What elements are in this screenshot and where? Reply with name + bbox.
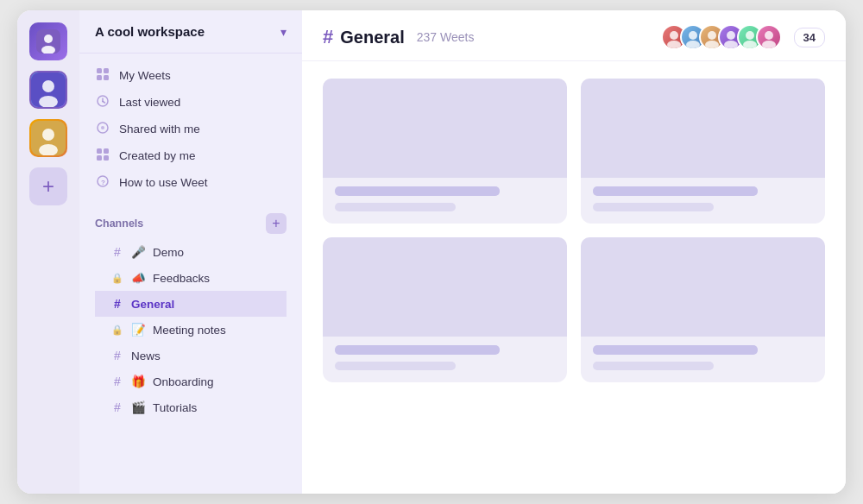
weet-card-1[interactable] bbox=[323, 79, 567, 224]
hash-icon-news: # bbox=[110, 349, 124, 362]
channel-item-tutorials[interactable]: # 🎬 Tutorials bbox=[95, 394, 287, 420]
svg-rect-18 bbox=[97, 148, 102, 154]
hash-icon-tutorials: # bbox=[110, 400, 124, 414]
clock-icon bbox=[95, 95, 110, 110]
nav-item-last-viewed[interactable]: Last viewed bbox=[79, 89, 302, 116]
channel-label-demo: Demo bbox=[153, 246, 184, 259]
channel-label-tutorials: Tutorials bbox=[153, 401, 197, 414]
channel-title-area: # General 237 Weets bbox=[323, 26, 474, 48]
weet-subtitle-bar-4 bbox=[593, 362, 714, 370]
nav-list: My Weets Last viewed Shared with me Crea… bbox=[79, 54, 302, 205]
svg-point-29 bbox=[705, 41, 719, 48]
main-header: # General 237 Weets bbox=[302, 10, 846, 61]
channel-item-onboarding[interactable]: # 🎁 Onboarding bbox=[95, 369, 287, 394]
nav-item-my-weets[interactable]: My Weets bbox=[79, 62, 302, 89]
add-channel-button[interactable]: + bbox=[266, 213, 287, 234]
svg-rect-11 bbox=[97, 75, 102, 80]
channel-item-news[interactable]: # News bbox=[95, 343, 287, 369]
weet-subtitle-bar-1 bbox=[335, 203, 456, 211]
channel-emoji-onboarding: 🎁 bbox=[131, 375, 146, 388]
weet-card-4[interactable] bbox=[581, 237, 825, 382]
weet-grid bbox=[323, 79, 825, 382]
grid-icon bbox=[95, 68, 110, 83]
channel-label-feedbacks: Feedbacks bbox=[153, 272, 210, 285]
channel-emoji-demo: 🎤 bbox=[131, 245, 146, 259]
nav-item-shared-with-me[interactable]: Shared with me bbox=[79, 116, 302, 142]
weet-title-bar-2 bbox=[593, 186, 758, 196]
workspace-avatar-3[interactable] bbox=[29, 119, 67, 157]
weet-thumbnail-4 bbox=[581, 237, 825, 337]
workspace-header: A cool workspace ▾ bbox=[79, 10, 302, 54]
weet-subtitle-bar-3 bbox=[335, 362, 456, 370]
weet-title-bar-3 bbox=[335, 345, 500, 355]
channel-item-general[interactable]: # General bbox=[95, 291, 287, 317]
app-window: + A cool workspace ▾ My Weets Last viewe… bbox=[17, 10, 846, 494]
weet-thumbnail-2 bbox=[581, 79, 825, 178]
channel-title: General bbox=[340, 28, 404, 47]
created-icon bbox=[95, 148, 110, 163]
weets-count: 237 Weets bbox=[417, 30, 475, 44]
header-right: 34 bbox=[661, 24, 825, 50]
hash-icon-general: # bbox=[110, 297, 124, 311]
weet-title-bar-1 bbox=[335, 186, 500, 196]
member-count-badge: 34 bbox=[794, 28, 825, 47]
workspace-avatar-1[interactable] bbox=[29, 22, 67, 60]
workspace-avatar-2[interactable] bbox=[29, 71, 67, 109]
workspace-name: A cool workspace bbox=[95, 24, 205, 39]
channel-item-meeting-notes[interactable]: 🔒 📝 Meeting notes bbox=[95, 317, 287, 343]
svg-point-24 bbox=[670, 31, 678, 40]
weet-card-meta-1 bbox=[323, 178, 567, 224]
weet-card-2[interactable] bbox=[581, 79, 825, 224]
weet-thumbnail-1 bbox=[323, 79, 567, 178]
channel-label-general: General bbox=[131, 298, 174, 311]
nav-label-created-by-me: Created by me bbox=[119, 149, 196, 162]
weet-card-meta-2 bbox=[581, 178, 825, 224]
nav-label-shared-with-me: Shared with me bbox=[119, 123, 200, 135]
workspace-strip: + bbox=[17, 10, 79, 494]
channels-label: Channels bbox=[95, 217, 143, 230]
channel-label-meeting-notes: Meeting notes bbox=[153, 324, 226, 337]
weet-card-meta-3 bbox=[323, 337, 567, 382]
svg-point-30 bbox=[727, 31, 735, 40]
svg-text:?: ? bbox=[101, 179, 105, 186]
svg-point-35 bbox=[762, 41, 776, 48]
help-icon: ? bbox=[95, 175, 110, 190]
channel-emoji-feedbacks: 📣 bbox=[131, 271, 146, 285]
weet-thumbnail-3 bbox=[323, 237, 567, 337]
channel-emoji-meeting-notes: 📝 bbox=[131, 323, 146, 337]
member-avatars bbox=[661, 24, 782, 50]
svg-rect-12 bbox=[104, 75, 109, 80]
svg-rect-21 bbox=[104, 155, 109, 161]
svg-point-27 bbox=[686, 41, 700, 48]
svg-point-1 bbox=[44, 35, 53, 43]
weet-title-bar-4 bbox=[593, 345, 758, 355]
channel-list: # 🎤 Demo 🔒 📣 Feedbacks # General 🔒 bbox=[95, 239, 287, 420]
channel-label-news: News bbox=[131, 350, 161, 362]
hash-icon: # bbox=[110, 245, 124, 259]
weet-subtitle-bar-2 bbox=[593, 203, 714, 211]
svg-point-31 bbox=[724, 41, 738, 48]
svg-point-17 bbox=[101, 126, 104, 129]
channels-header: Channels + bbox=[95, 213, 287, 234]
svg-rect-9 bbox=[97, 68, 102, 73]
svg-point-33 bbox=[743, 41, 757, 48]
svg-point-32 bbox=[746, 31, 754, 40]
hash-icon-onboarding: # bbox=[110, 375, 124, 388]
weet-card-3[interactable] bbox=[323, 237, 567, 382]
share-icon bbox=[95, 122, 110, 136]
chevron-down-icon[interactable]: ▾ bbox=[280, 25, 287, 39]
lock-icon-meeting-notes: 🔒 bbox=[110, 324, 124, 336]
svg-rect-20 bbox=[97, 155, 102, 161]
channel-item-feedbacks[interactable]: 🔒 📣 Feedbacks bbox=[95, 265, 287, 291]
channel-label-onboarding: Onboarding bbox=[153, 375, 214, 388]
channel-item-demo[interactable]: # 🎤 Demo bbox=[95, 239, 287, 265]
nav-label-last-viewed: Last viewed bbox=[119, 96, 180, 109]
svg-point-4 bbox=[42, 80, 54, 92]
svg-point-28 bbox=[708, 31, 716, 40]
nav-item-created-by-me[interactable]: Created by me bbox=[79, 142, 302, 169]
nav-item-how-to-use[interactable]: ? How to use Weet bbox=[79, 169, 302, 196]
svg-point-34 bbox=[765, 31, 773, 40]
svg-point-26 bbox=[689, 31, 697, 40]
channel-sidebar: A cool workspace ▾ My Weets Last viewed bbox=[79, 10, 302, 494]
add-workspace-button[interactable]: + bbox=[29, 167, 67, 205]
